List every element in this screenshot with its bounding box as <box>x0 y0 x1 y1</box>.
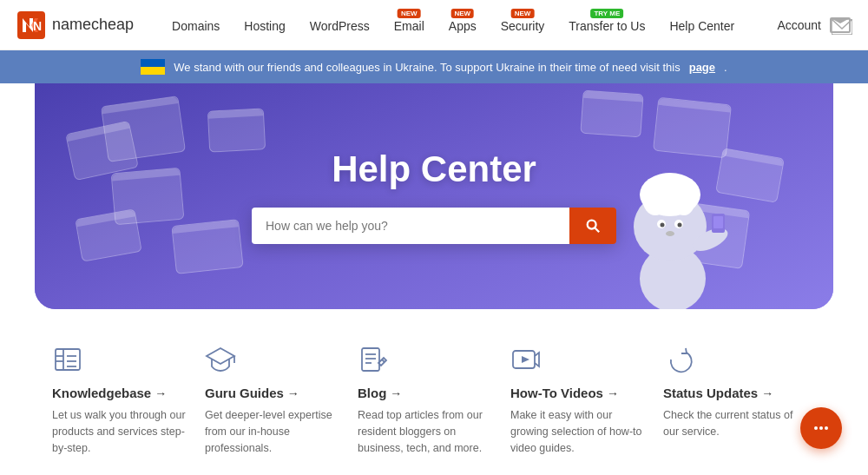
banner-link[interactable]: page <box>689 61 715 74</box>
svg-point-10 <box>661 223 665 228</box>
svg-marker-33 <box>522 356 529 363</box>
feature-guru-guides: Guru Guides → Get deeper-level expertise… <box>205 344 358 456</box>
header-right: Account <box>777 17 851 33</box>
status-updates-title[interactable]: Status Updates → <box>663 386 799 400</box>
svg-rect-27 <box>362 348 379 371</box>
svg-point-16 <box>588 221 596 229</box>
nav-item-wordpress[interactable]: WordPress <box>298 0 382 50</box>
feature-knowledgebase: Knowledgebase → Let us walk you through … <box>52 344 205 456</box>
blog-desc: Read top articles from our resident blog… <box>358 407 493 456</box>
svg-marker-25 <box>207 348 234 364</box>
search-box <box>252 208 616 244</box>
flag-yellow <box>141 67 165 75</box>
nav-item-apps[interactable]: NEW Apps <box>437 0 489 50</box>
email-badge: NEW <box>398 9 421 18</box>
flag-blue <box>141 59 165 67</box>
svg-line-31 <box>382 360 385 362</box>
guru-guides-desc: Get deeper-level expertise from our in-h… <box>205 407 340 456</box>
svg-line-17 <box>595 228 600 233</box>
feature-blog: Blog → Read top articles from our reside… <box>358 344 510 456</box>
namecheap-logo-icon: N <box>17 11 45 39</box>
knowledgebase-title[interactable]: Knowledgebase → <box>52 386 187 400</box>
svg-point-7 <box>673 184 695 215</box>
search-input[interactable] <box>252 208 569 244</box>
chat-dot-2 <box>819 426 823 430</box>
nav-item-help[interactable]: Help Center <box>657 0 746 50</box>
nav-item-transfer[interactable]: TRY ME Transfer to Us <box>556 0 657 50</box>
refresh-icon <box>663 344 694 375</box>
edit-icon <box>358 344 389 375</box>
ukraine-flag <box>141 59 165 75</box>
security-badge: NEW <box>511 9 535 18</box>
video-icon <box>510 344 542 375</box>
nav-item-security[interactable]: NEW Security <box>489 0 557 50</box>
ukraine-banner: We stand with our friends and colleagues… <box>0 50 868 83</box>
chat-button[interactable] <box>800 407 842 449</box>
search-button[interactable] <box>569 208 616 244</box>
svg-point-11 <box>678 223 682 228</box>
svg-text:N: N <box>33 19 42 33</box>
deco-window-10 <box>580 90 643 138</box>
transfer-badge: TRY ME <box>590 9 623 18</box>
svg-point-12 <box>666 231 674 236</box>
logo-text: namecheap <box>52 16 134 34</box>
nav-item-email[interactable]: NEW Email <box>382 0 437 50</box>
feature-status-updates: Status Updates → Check the current statu… <box>663 344 816 456</box>
chat-dot-1 <box>814 426 818 430</box>
banner-text: We stand with our friends and colleagues… <box>174 61 680 74</box>
status-updates-desc: Check the current status of our service. <box>663 407 799 440</box>
feature-how-to-videos: How-To Videos → Make it easy with our gr… <box>510 344 663 456</box>
guru-guides-title[interactable]: Guru Guides → <box>205 386 340 400</box>
header: N namecheap Domains Hosting WordPress NE… <box>0 0 868 50</box>
apps-badge: NEW <box>450 9 474 18</box>
knowledgebase-desc: Let us walk you through our products and… <box>52 407 187 456</box>
search-icon <box>585 218 601 234</box>
account-button[interactable]: Account <box>777 18 821 32</box>
book-icon <box>52 344 83 375</box>
blog-title[interactable]: Blog → <box>358 386 493 400</box>
main-nav: Domains Hosting WordPress NEW Email NEW … <box>160 0 777 50</box>
nav-item-hosting[interactable]: Hosting <box>232 0 297 50</box>
svg-point-6 <box>642 181 668 215</box>
svg-rect-15 <box>713 216 723 228</box>
deco-window-8 <box>207 108 266 152</box>
graduation-icon <box>205 344 236 375</box>
how-to-videos-desc: Make it easy with our growing selection … <box>510 407 646 456</box>
logo[interactable]: N namecheap <box>17 11 134 39</box>
features-section: Knowledgebase → Let us walk you through … <box>0 309 868 475</box>
banner-period: . <box>724 61 727 74</box>
hero-section: Help Center <box>35 83 833 309</box>
chat-dot-3 <box>825 426 828 430</box>
yeti-character <box>616 153 729 309</box>
mail-icon[interactable] <box>830 17 851 33</box>
nav-item-domains[interactable]: Domains <box>160 0 232 50</box>
account-label: Account <box>777 18 821 32</box>
how-to-videos-title[interactable]: How-To Videos → <box>510 386 646 400</box>
